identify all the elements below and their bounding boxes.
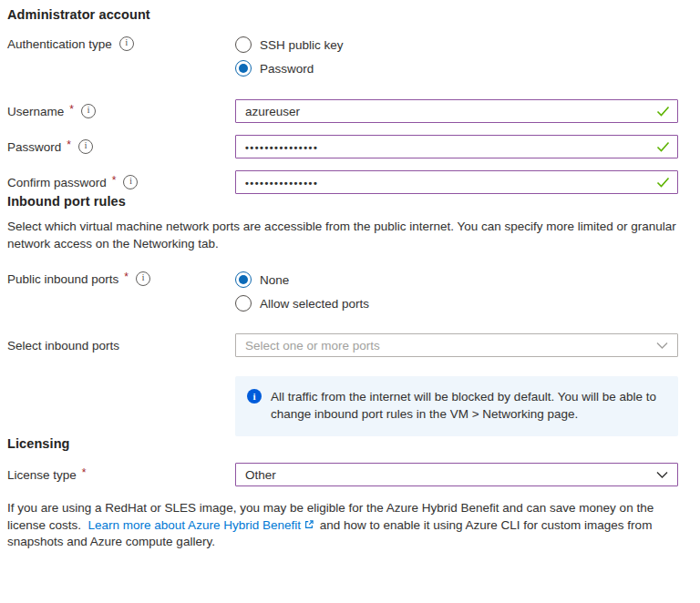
password-row: Password * bbox=[7, 135, 678, 158]
valid-checkmark-icon bbox=[656, 141, 670, 152]
public-inbound-ports-radio-group: None Allow selected ports bbox=[235, 268, 678, 315]
create-vm-basics-form: Administrator account Authentication typ… bbox=[0, 0, 700, 551]
password-label-cell: Password * bbox=[7, 139, 235, 154]
auth-type-label: Authentication type bbox=[7, 37, 112, 51]
info-banner-row: All traffic from the internet will be bl… bbox=[7, 376, 678, 436]
required-asterisk: * bbox=[124, 271, 129, 283]
password-label: Password bbox=[7, 140, 61, 154]
username-input[interactable] bbox=[235, 99, 678, 123]
public-inbound-ports-label: Public inbound ports bbox=[7, 272, 118, 286]
radio-selected-icon bbox=[235, 271, 252, 288]
chevron-down-icon bbox=[656, 471, 668, 479]
section-heading-inbound-port-rules: Inbound port rules bbox=[7, 194, 678, 209]
radio-option-none[interactable]: None bbox=[235, 268, 678, 291]
username-input-wrap bbox=[235, 99, 678, 123]
radio-option-label: Password bbox=[260, 62, 314, 76]
external-link-icon[interactable] bbox=[304, 519, 314, 530]
info-icon[interactable] bbox=[136, 271, 150, 286]
confirm-password-input[interactable] bbox=[235, 170, 678, 194]
radio-selected-icon bbox=[235, 60, 252, 77]
auth-type-row: Authentication type SSH public key Passw… bbox=[7, 33, 678, 80]
license-type-dropdown[interactable]: Other bbox=[235, 463, 678, 486]
radio-option-label: SSH public key bbox=[260, 38, 344, 52]
radio-option-allow-selected-ports[interactable]: Allow selected ports bbox=[235, 291, 678, 315]
password-input[interactable] bbox=[235, 135, 678, 158]
info-icon[interactable] bbox=[81, 104, 96, 118]
username-row: Username * bbox=[7, 99, 678, 123]
auth-type-radio-group: SSH public key Password bbox=[235, 33, 678, 80]
inbound-port-rules-description: Select which virtual machine network por… bbox=[7, 219, 678, 252]
radio-option-label: None bbox=[260, 273, 289, 287]
select-inbound-ports-row: Select inbound ports Select one or more … bbox=[7, 333, 678, 357]
info-icon[interactable] bbox=[119, 36, 134, 51]
azure-hybrid-benefit-link[interactable]: Learn more about Azure Hybrid Benefit bbox=[88, 518, 301, 532]
info-banner-message: All traffic from the internet will be bl… bbox=[271, 388, 665, 423]
info-icon-blue bbox=[247, 389, 262, 404]
required-asterisk: * bbox=[112, 174, 117, 187]
confirm-password-row: Confirm password * bbox=[7, 170, 678, 194]
radio-option-password[interactable]: Password bbox=[235, 56, 678, 80]
section-heading-administrator-account: Administrator account bbox=[7, 7, 678, 22]
license-type-label: License type bbox=[7, 468, 77, 482]
info-icon[interactable] bbox=[78, 139, 93, 154]
select-inbound-ports-dropdown[interactable]: Select one or more ports bbox=[235, 333, 678, 357]
select-inbound-ports-label: Select inbound ports bbox=[7, 339, 119, 353]
confirm-password-label-cell: Confirm password * bbox=[7, 175, 235, 189]
password-input-wrap bbox=[235, 135, 678, 158]
licensing-footer-text: If you are using a RedHat or SLES image,… bbox=[7, 500, 678, 551]
confirm-password-label: Confirm password bbox=[7, 176, 107, 189]
username-label-cell: Username * bbox=[7, 104, 235, 118]
auth-type-label-cell: Authentication type bbox=[7, 33, 235, 51]
license-type-row: License type * Other bbox=[7, 463, 678, 486]
public-inbound-ports-label-cell: Public inbound ports * bbox=[7, 268, 235, 286]
dropdown-placeholder: Select one or more ports bbox=[245, 339, 380, 353]
select-inbound-ports-label-cell: Select inbound ports bbox=[7, 339, 235, 353]
required-asterisk: * bbox=[67, 138, 71, 151]
radio-option-label: Allow selected ports bbox=[260, 297, 369, 311]
radio-unselected-icon bbox=[235, 295, 252, 312]
username-label: Username bbox=[7, 105, 64, 118]
valid-checkmark-icon bbox=[656, 177, 670, 188]
public-inbound-ports-row: Public inbound ports * None Allow select… bbox=[7, 268, 678, 315]
radio-option-ssh-public-key[interactable]: SSH public key bbox=[235, 33, 678, 56]
info-icon[interactable] bbox=[123, 175, 138, 189]
chevron-down-icon bbox=[656, 342, 668, 350]
required-asterisk: * bbox=[69, 103, 74, 116]
required-asterisk: * bbox=[82, 466, 87, 479]
license-type-label-cell: License type * bbox=[7, 468, 235, 482]
radio-unselected-icon bbox=[235, 36, 252, 53]
confirm-password-input-wrap bbox=[235, 170, 678, 194]
valid-checkmark-icon bbox=[656, 106, 670, 117]
info-banner: All traffic from the internet will be bl… bbox=[235, 376, 678, 436]
license-type-value: Other bbox=[245, 468, 276, 482]
section-heading-licensing: Licensing bbox=[7, 436, 678, 451]
